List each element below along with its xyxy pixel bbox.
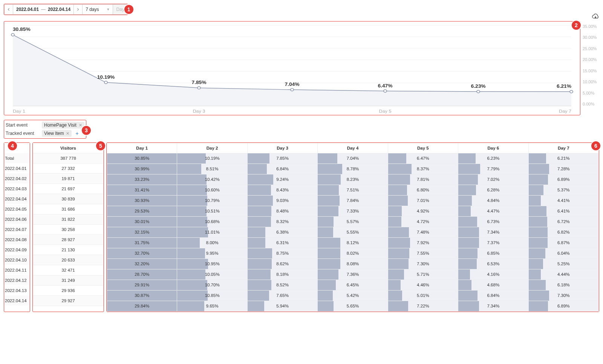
heat-cell: 4.41% — [528, 196, 598, 206]
heat-cell: 7.81% — [388, 174, 458, 185]
add-tracked-event-button[interactable]: + — [75, 130, 78, 136]
heat-cell: 6.80% — [388, 185, 458, 196]
heat-cell: 7.51% — [318, 185, 388, 196]
svg-text:6.47%: 6.47% — [378, 83, 393, 89]
visitors-cell: 30 258 — [33, 225, 104, 235]
date-cell: 2022.04.06 — [4, 214, 30, 224]
date-cell: 2022.04.02 — [4, 173, 30, 184]
heat-cell: 6.85% — [458, 248, 528, 259]
svg-point-16 — [384, 90, 387, 92]
day-header: Day 5 — [388, 143, 458, 153]
download-chart-button[interactable] — [592, 14, 599, 21]
heat-cell: 28.70% — [107, 269, 177, 280]
heat-cell: 8.23% — [318, 174, 388, 185]
visitors-cell: 29 927 — [33, 296, 104, 306]
svg-point-12 — [197, 87, 200, 89]
svg-text:Day 3: Day 3 — [193, 109, 205, 114]
range-length-dropdown[interactable]: 7 days ▼ — [82, 4, 113, 15]
range-length-value: 7 days — [86, 7, 99, 12]
yaxis-tick: 25.00% — [583, 46, 599, 51]
heat-cell: 33.23% — [107, 174, 177, 185]
heat-cell: 7.34% — [458, 227, 528, 238]
visitors-cell: 21 130 — [33, 245, 104, 255]
date-to: 2022.04.14 — [48, 7, 70, 12]
heat-cell: 8.43% — [247, 185, 317, 196]
close-icon[interactable]: ✕ — [66, 131, 69, 136]
chart-yaxis-labels: 35.00%30.00%25.00%20.00%15.00%10.00%5.00… — [580, 21, 599, 115]
heat-cell: 6.45% — [318, 280, 388, 291]
heat-cell: 10.68% — [177, 217, 247, 227]
heat-cell: 4.92% — [388, 206, 458, 217]
heat-cell: 6.73% — [458, 217, 528, 227]
next-range-button[interactable] — [73, 4, 83, 15]
day-header: Day 6 — [458, 143, 528, 153]
heat-cell: 5.71% — [388, 269, 458, 280]
visitors-header: Visitors — [33, 143, 104, 153]
heat-cell: 6.41% — [528, 206, 598, 217]
heat-cell: 4.46% — [388, 280, 458, 291]
heat-cell: 5.94% — [247, 301, 317, 312]
svg-point-8 — [11, 34, 14, 36]
heat-cell: 6.28% — [458, 185, 528, 196]
annotation-badge-1: 1 — [124, 5, 133, 14]
heat-cell: 30.99% — [107, 164, 177, 174]
svg-point-14 — [291, 89, 294, 91]
heat-cell: 6.72% — [528, 217, 598, 227]
heat-cell: 8.75% — [247, 248, 317, 259]
svg-point-18 — [477, 90, 480, 93]
heat-cell: 8.02% — [318, 248, 388, 259]
heat-cell: 10.70% — [177, 280, 247, 291]
heat-cell: 30.01% — [107, 217, 177, 227]
heat-cell: 30.87% — [107, 291, 177, 301]
date-range-display[interactable]: 2022.04.01 — 2022.04.14 — [13, 4, 74, 15]
heat-cell: 6.38% — [247, 227, 317, 238]
visitors-cell: 31 249 — [33, 275, 104, 286]
heat-cell: 10.19% — [177, 153, 247, 164]
heat-cell: 10.42% — [177, 174, 247, 185]
heat-cell: 4.68% — [458, 280, 528, 291]
heat-cell: 5.37% — [528, 185, 598, 196]
day-header: Day 7 — [528, 143, 598, 153]
heat-cell: 6.18% — [528, 280, 598, 291]
yaxis-tick: 35.00% — [583, 24, 599, 29]
heat-cell: 7.30% — [528, 291, 598, 301]
chevron-left-icon — [8, 8, 10, 11]
date-cell: Total — [4, 153, 30, 163]
heat-cell: 5.42% — [318, 291, 388, 301]
heat-cell: 6.84% — [247, 164, 317, 174]
heat-cell: 32.20% — [107, 259, 177, 269]
heat-cell: 8.78% — [318, 164, 388, 174]
date-cell: 2022.04.14 — [4, 295, 30, 306]
svg-point-20 — [570, 90, 573, 93]
date-dash: — — [41, 7, 46, 12]
heat-cell: 8.18% — [247, 269, 317, 280]
annotation-badge-2: 2 — [572, 21, 581, 30]
heat-cell: 11.01% — [177, 227, 247, 238]
svg-point-10 — [104, 81, 107, 84]
visitors-cell: 19 871 — [33, 174, 104, 184]
date-cell: 2022.04.12 — [4, 275, 30, 285]
close-icon[interactable]: ✕ — [79, 123, 82, 128]
heat-cell: 30.93% — [107, 196, 177, 206]
heat-cell: 8.37% — [388, 164, 458, 174]
date-cell: 2022.04.05 — [4, 204, 30, 214]
start-event-chip[interactable]: HomePage Visit ✕ — [42, 122, 84, 128]
heat-cell: 7.22% — [388, 301, 458, 312]
yaxis-tick: 20.00% — [583, 57, 599, 62]
tracked-event-chip[interactable]: View Item ✕ — [42, 130, 72, 137]
heat-cell: 7.34% — [458, 301, 528, 312]
heat-cell: 31.41% — [107, 185, 177, 196]
day-header: Day 4 — [318, 143, 388, 153]
heat-cell: 6.89% — [528, 301, 598, 312]
prev-range-button[interactable] — [4, 4, 13, 15]
heat-cell: 10.95% — [177, 259, 247, 269]
date-controls: 2022.04.01 — 2022.04.14 7 days ▼ Day — [4, 4, 128, 15]
svg-text:Day 5: Day 5 — [379, 109, 392, 114]
date-from: 2022.04.01 — [16, 7, 39, 12]
visitors-cell: 21 697 — [33, 184, 104, 194]
heat-cell: 5.55% — [318, 227, 388, 238]
annotation-badge-3: 3 — [82, 126, 91, 135]
heat-cell: 7.02% — [458, 174, 528, 185]
heat-cell: 9.24% — [247, 174, 317, 185]
heat-cell: 5.65% — [318, 301, 388, 312]
